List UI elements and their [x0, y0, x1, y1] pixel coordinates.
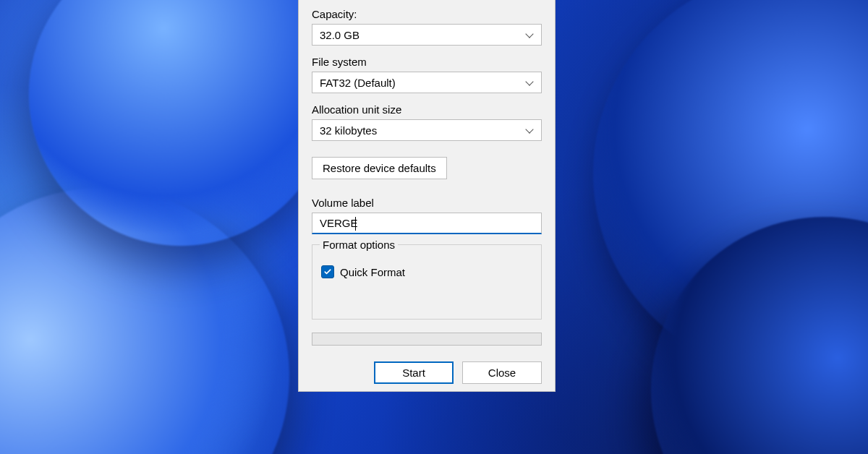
- chevron-down-icon: [525, 125, 535, 135]
- quick-format-label: Quick Format: [340, 266, 405, 278]
- chevron-down-icon: [525, 77, 535, 87]
- filesystem-value: FAT32 (Default): [320, 77, 525, 89]
- filesystem-label: File system: [312, 56, 542, 68]
- capacity-select[interactable]: 32.0 GB: [312, 24, 542, 46]
- allocation-label: Allocation unit size: [312, 103, 542, 116]
- filesystem-select[interactable]: FAT32 (Default): [312, 72, 542, 93]
- format-options-group: Format options Quick Format: [312, 244, 542, 320]
- check-icon: [323, 267, 332, 276]
- capacity-label: Capacity:: [312, 8, 542, 20]
- restore-defaults-button[interactable]: Restore device defaults: [312, 157, 447, 179]
- format-dialog: Capacity: 32.0 GB File system FAT32 (Def…: [298, 0, 556, 392]
- capacity-value: 32.0 GB: [320, 29, 525, 41]
- chevron-down-icon: [525, 30, 535, 40]
- allocation-value: 32 kilobytes: [320, 124, 525, 137]
- volume-label-label: Volume label: [312, 197, 542, 209]
- close-button[interactable]: Close: [462, 361, 542, 384]
- volume-label-input[interactable]: [312, 213, 542, 234]
- format-progress-bar: [312, 333, 542, 346]
- format-options-legend: Format options: [320, 239, 398, 250]
- start-button[interactable]: Start: [374, 361, 454, 384]
- allocation-select[interactable]: 32 kilobytes: [312, 119, 542, 141]
- quick-format-checkbox[interactable]: [321, 265, 334, 278]
- text-caret: [355, 217, 356, 231]
